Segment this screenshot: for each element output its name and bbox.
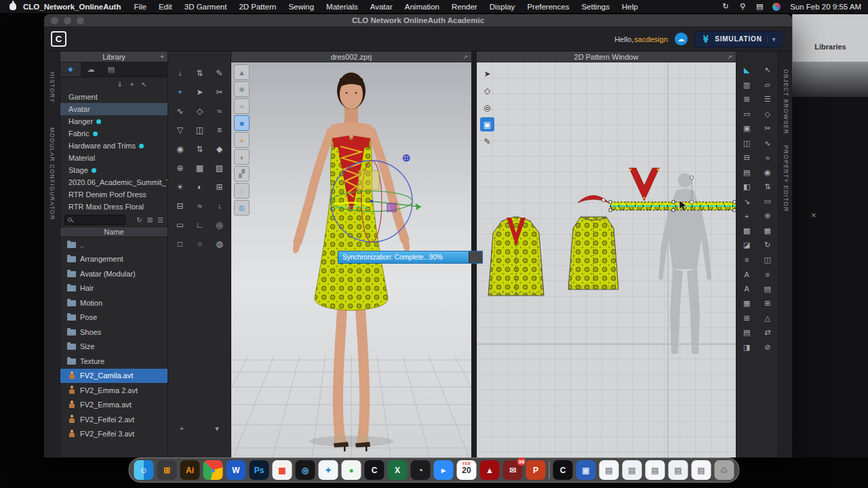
- tool-icon[interactable]: ∿: [170, 102, 190, 121]
- library-item[interactable]: Garment: [60, 91, 167, 103]
- pop-out-icon[interactable]: ↗: [462, 54, 468, 60]
- apple-menu-icon[interactable]: [9, 3, 16, 10]
- show-seam-toggle[interactable]: ≈: [234, 98, 250, 114]
- library-item[interactable]: Material: [60, 152, 167, 164]
- tool-icon[interactable]: ◧: [739, 180, 754, 193]
- doc-window-dock-icon[interactable]: ▤: [646, 460, 665, 480]
- menubar-item[interactable]: Render: [446, 3, 484, 11]
- tool-icon[interactable]: ≡: [210, 121, 229, 140]
- tool-icon[interactable]: ▩: [739, 224, 754, 237]
- tool-icon[interactable]: ⊘: [760, 341, 775, 354]
- tool-icon[interactable]: ▦: [190, 159, 210, 178]
- tool-icon[interactable]: ↘: [739, 195, 754, 208]
- library-item[interactable]: Avatar: [60, 103, 167, 115]
- library-file-row[interactable]: Size: [60, 340, 167, 354]
- canvas-2d[interactable]: ➤◇◎▣✎: [477, 62, 736, 458]
- tool-icon[interactable]: ▭: [760, 195, 775, 208]
- edit-texture-icon[interactable]: ▣: [480, 117, 494, 131]
- viewport-3d-header[interactable]: dres002.zprj ↗: [231, 52, 471, 62]
- chrome-dock-icon[interactable]: ●: [203, 460, 223, 480]
- library-item[interactable]: Hanger: [60, 115, 167, 127]
- library-file-row[interactable]: Texture: [60, 354, 167, 369]
- clock-app-dock-icon[interactable]: ◔: [411, 460, 431, 480]
- library-file-row[interactable]: Hair: [60, 281, 167, 296]
- search-input[interactable]: [64, 215, 125, 225]
- tool-icon[interactable]: ▦: [739, 297, 754, 310]
- tool-icon[interactable]: ▥: [739, 79, 754, 92]
- sync-status-icon[interactable]: ↻: [722, 2, 730, 11]
- tool-icon[interactable]: ▤: [739, 166, 754, 179]
- library-item[interactable]: Stage: [60, 164, 167, 176]
- tool-icon[interactable]: ◉: [760, 166, 775, 179]
- tool-icon[interactable]: ⊕: [760, 209, 775, 222]
- trash-dock-icon[interactable]: ♺: [715, 460, 734, 480]
- tool-icon[interactable]: ○: [190, 235, 210, 253]
- tool-icon[interactable]: ➤: [190, 83, 210, 102]
- tool-icon[interactable]: ▦: [760, 224, 775, 237]
- show-3d-garment-toggle[interactable]: ■: [234, 115, 250, 131]
- cloud-tab[interactable]: ☁: [81, 62, 101, 77]
- photoshop-dock-icon[interactable]: Ps: [250, 460, 269, 480]
- green-app-dock-icon[interactable]: ●: [342, 460, 361, 480]
- powerpoint-dock-icon[interactable]: P: [526, 460, 546, 480]
- history-tab[interactable]: HISTORY: [49, 72, 56, 103]
- menubar-item[interactable]: Animation: [399, 3, 446, 11]
- siri-icon[interactable]: [772, 3, 781, 11]
- snap-target-icon[interactable]: ⊕: [402, 152, 411, 164]
- menubar-app-name[interactable]: CLO_Network_OnlineAuth: [22, 3, 127, 11]
- app-window-dock-icon[interactable]: ▣: [576, 460, 596, 480]
- pop-out-icon[interactable]: ↗: [727, 54, 732, 60]
- files-tab[interactable]: ▤: [101, 62, 121, 77]
- acrobat-dock-icon[interactable]: ▲: [480, 460, 500, 480]
- gizmo-move-icon[interactable]: +: [170, 83, 190, 102]
- menubar-item[interactable]: Edit: [153, 3, 178, 11]
- tool-icon[interactable]: ⇅: [190, 140, 210, 159]
- doc-window-dock-icon[interactable]: ▤: [623, 460, 642, 480]
- library-file-row[interactable]: Arrangement: [60, 252, 167, 267]
- clo-logo[interactable]: C: [51, 31, 66, 47]
- tool-icon[interactable]: ◍: [210, 235, 229, 253]
- menubar-item[interactable]: 3D Garment: [178, 3, 233, 11]
- library-file-row[interactable]: FV2_Feifei 3.avt: [60, 427, 167, 442]
- library-file-row[interactable]: FV2_Emma 2.avt: [60, 383, 167, 398]
- add-point-icon[interactable]: ◎: [480, 100, 494, 115]
- library-add-icon[interactable]: +: [160, 53, 164, 60]
- tool-icon[interactable]: ↓: [170, 64, 190, 83]
- tool-icon[interactable]: ≈: [210, 102, 229, 121]
- library-file-row[interactable]: FV2_Feifei 2.avt: [60, 412, 167, 427]
- tool-icon[interactable]: ◇: [190, 102, 210, 121]
- tool-icon[interactable]: ◫: [760, 253, 775, 266]
- tool-icon[interactable]: +: [739, 209, 754, 222]
- tool-icon[interactable]: ◉: [170, 140, 190, 159]
- property-editor-tab[interactable]: PROPERTY EDITOR: [783, 145, 789, 212]
- show-shoe-toggle[interactable]: ▞: [234, 166, 250, 182]
- tool-icon[interactable]: ☀: [170, 178, 190, 197]
- transform-gizmo[interactable]: [307, 150, 436, 252]
- more-tools-icon[interactable]: ▾: [203, 424, 231, 433]
- edit-pattern-icon[interactable]: ◇: [480, 83, 494, 98]
- spotlight-search-icon[interactable]: ⚲: [738, 2, 747, 11]
- text-tool-icon[interactable]: A: [739, 268, 754, 281]
- tool-icon[interactable]: ✎: [210, 64, 229, 83]
- clo-dock-icon[interactable]: C: [365, 460, 384, 480]
- transform-pattern-icon[interactable]: ➤: [480, 66, 494, 81]
- library-item[interactable]: 2020.06_Academic_Summit_Tra: [60, 176, 167, 188]
- safari-dock-icon[interactable]: ✦: [319, 460, 338, 480]
- name-column-header[interactable]: Name: [60, 226, 167, 237]
- clo-window-dock-icon[interactable]: C: [553, 460, 573, 480]
- menubar-item[interactable]: Display: [484, 3, 521, 11]
- simulation-caret-icon[interactable]: ▾: [767, 36, 776, 43]
- tool-icon[interactable]: ↻: [760, 239, 775, 251]
- menubar-item[interactable]: 2D Pattern: [233, 3, 282, 11]
- pattern-2d-header[interactable]: 2D Pattern Window ↗: [477, 52, 736, 62]
- tool-icon[interactable]: ↓: [210, 197, 229, 216]
- text-size-icon[interactable]: A: [739, 283, 754, 296]
- tool-icon[interactable]: ⊟: [739, 151, 754, 164]
- show-accessory-toggle[interactable]: ◌: [234, 183, 250, 199]
- tool-icon[interactable]: ↖: [760, 64, 775, 77]
- menubar-item[interactable]: Preferences: [521, 3, 575, 11]
- pen-2d-icon[interactable]: ✎: [480, 134, 494, 148]
- menubar-clock[interactable]: Sun Feb 20 9:55 AM: [790, 3, 861, 11]
- illustrator-dock-icon[interactable]: Ai: [180, 460, 200, 480]
- camera-app-dock-icon[interactable]: ◎: [296, 460, 315, 480]
